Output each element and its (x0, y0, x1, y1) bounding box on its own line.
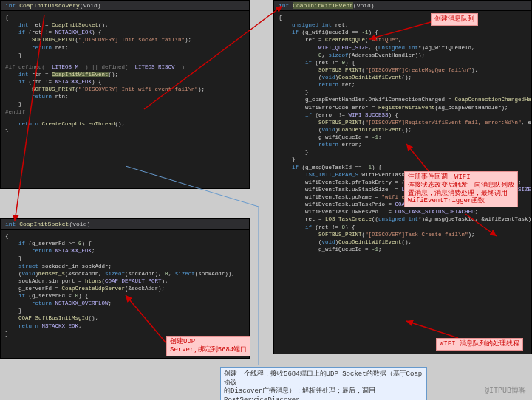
watermark-text: @ITPUB博客 (485, 385, 526, 396)
callout-register-event: 注册事件回调，WIFI 连接状态改变后触发：向消息队列放 置消息，消息消费处理，… (404, 171, 518, 207)
sig-fn: CoapInitDiscovery (19, 2, 80, 9)
code-body[interactable]: { unsigned int ret; if (g_wifiQueueId ==… (274, 11, 531, 256)
panel-tab: int CoapInitSocket(void) (1, 219, 249, 230)
code-panel-discovery: int CoapInitDiscovery(void) { int ret = … (0, 0, 250, 189)
callout-create-queue: 创建消息队列 (431, 13, 478, 26)
panel-tab: int CoapInitDiscovery(void) (1, 1, 249, 11)
sig-void: (void) (80, 2, 101, 9)
code-body[interactable]: { if (g_serverFd >= 0) { return NSTACKX_… (1, 230, 249, 340)
code-body[interactable]: { int ret = CoapInitSocket(); if (ret !=… (1, 11, 249, 138)
sig-type: int (5, 2, 19, 9)
panel-tab: int CoapInitWifiEvent(void) (274, 1, 531, 11)
info-box: 创建一个线程，接收5684端口上的UDP Socket的数据（基于Coap协议 … (220, 367, 427, 400)
callout-thread: WIFI 消息队列的处理线程 (436, 338, 523, 351)
callout-udp-server: 创建UDP Server,绑定到5684端口 (166, 336, 250, 356)
code-line: { (5, 14, 245, 21)
